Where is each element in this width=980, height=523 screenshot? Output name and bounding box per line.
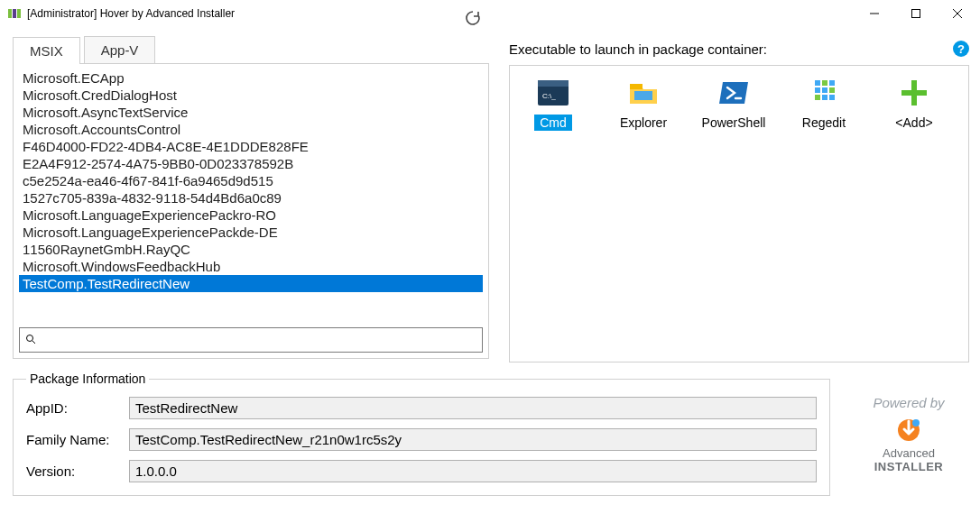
search-icon: [25, 334, 36, 347]
package-listbox[interactable]: Microsoft.ECAppMicrosoft.CredDialogHostM…: [19, 69, 483, 320]
svg-rect-22: [829, 95, 835, 100]
powered-by-text: Powered by: [873, 395, 944, 410]
launcher-powershell[interactable]: PowerShell: [698, 75, 770, 131]
list-item[interactable]: c5e2524a-ea46-4f67-841f-6a9465d9d515: [19, 172, 483, 189]
maximize-button[interactable]: [895, 0, 937, 27]
help-icon[interactable]: ?: [953, 41, 969, 57]
package-info-legend: Package Information: [26, 372, 149, 386]
close-button[interactable]: [937, 0, 978, 27]
svg-rect-17: [815, 87, 820, 93]
package-list-panel: MSIX App-V Microsoft.ECAppMicrosoft.Cred…: [13, 36, 489, 362]
svg-point-7: [27, 335, 33, 341]
launcher-explorer[interactable]: Explorer: [607, 75, 680, 131]
list-item[interactable]: TestComp.TestRedirectNew: [19, 275, 483, 292]
svg-rect-16: [829, 80, 835, 86]
powered-by[interactable]: Powered by Advanced INSTALLER: [848, 372, 969, 496]
launcher-cmd[interactable]: C:\_ Cmd: [517, 75, 589, 131]
window-controls: [854, 0, 978, 27]
app-icon: [7, 6, 22, 21]
executable-panel: Executable to launch in package containe…: [509, 36, 969, 362]
regedit-icon: [806, 75, 842, 111]
list-item[interactable]: Microsoft.AsyncTextService: [19, 104, 483, 121]
package-info-fieldset: Package Information AppID: TestRedirectN…: [13, 372, 830, 496]
svg-rect-19: [829, 87, 835, 93]
launcher-regedit[interactable]: Regedit: [788, 75, 860, 131]
svg-rect-10: [538, 80, 569, 87]
launcher-explorer-label: Explorer: [615, 115, 672, 131]
launcher-add[interactable]: <Add>: [878, 75, 950, 131]
advanced-installer-logo: Advanced INSTALLER: [874, 414, 943, 473]
list-item[interactable]: E2A4F912-2574-4A75-9BB0-0D023378592B: [19, 155, 483, 172]
list-item[interactable]: Microsoft.CredDialogHost: [19, 87, 483, 104]
svg-rect-12: [630, 84, 643, 89]
version-value: 1.0.0.0: [129, 460, 817, 482]
list-item[interactable]: F46D4000-FD22-4DB4-AC8E-4E1DDDE828FE: [19, 138, 483, 155]
svg-text:C:\_: C:\_: [542, 92, 556, 100]
svg-rect-24: [901, 90, 927, 96]
tab-msix[interactable]: MSIX: [13, 37, 80, 64]
family-name-label: Family Name:: [26, 432, 129, 447]
tab-appv[interactable]: App-V: [84, 36, 156, 63]
list-item[interactable]: Microsoft.LanguageExperiencePackro-RO: [19, 206, 483, 224]
svg-rect-20: [815, 95, 820, 100]
list-item[interactable]: Microsoft.ECApp: [19, 69, 483, 87]
powershell-icon: [716, 75, 752, 111]
svg-line-8: [32, 341, 35, 344]
executable-header: Executable to launch in package containe…: [509, 41, 767, 57]
launcher-regedit-label: Regedit: [797, 115, 851, 131]
list-item[interactable]: 1527c705-839a-4832-9118-54d4Bd6a0c89: [19, 189, 483, 206]
svg-rect-4: [912, 10, 920, 18]
list-item[interactable]: Microsoft.LanguageExperiencePackde-DE: [19, 224, 483, 241]
search-box[interactable]: [19, 327, 483, 353]
title-bar: [Administrator] Hover by Advanced Instal…: [0, 0, 980, 27]
svg-rect-18: [822, 87, 827, 93]
list-item[interactable]: Microsoft.AccountsControl: [19, 121, 483, 138]
svg-rect-15: [822, 80, 827, 86]
appid-value: TestRedirectNew: [129, 397, 817, 419]
list-item[interactable]: 11560RaynetGmbH.RayQC: [19, 241, 483, 258]
launcher-powershell-label: PowerShell: [697, 115, 772, 131]
list-item[interactable]: Microsoft.WindowsFeedbackHub: [19, 258, 483, 275]
search-input[interactable]: [40, 333, 476, 347]
appid-label: AppID:: [26, 400, 129, 416]
svg-rect-14: [815, 80, 820, 86]
version-label: Version:: [26, 463, 129, 479]
add-icon: [896, 75, 932, 111]
launcher-add-label: <Add>: [890, 115, 938, 131]
svg-rect-2: [17, 9, 21, 18]
svg-rect-1: [13, 9, 16, 18]
window-title: [Administrator] Hover by Advanced Instal…: [27, 7, 854, 20]
svg-rect-21: [822, 95, 827, 100]
minimize-button[interactable]: [854, 0, 895, 27]
family-name-value: TestComp.TestRedirectNew_r21n0w1rc5s2y: [129, 428, 817, 451]
explorer-icon: [625, 75, 661, 111]
svg-rect-13: [634, 91, 652, 100]
cmd-icon: C:\_: [535, 75, 571, 111]
svg-point-26: [912, 419, 920, 427]
svg-rect-0: [8, 9, 12, 18]
refresh-icon[interactable]: [464, 9, 482, 27]
launcher-cmd-label: Cmd: [534, 115, 572, 131]
